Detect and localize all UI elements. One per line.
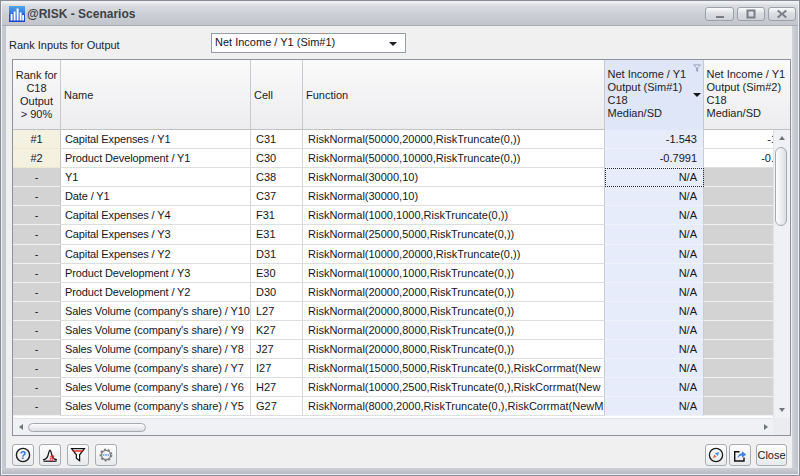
svg-text:#: #: [49, 453, 54, 463]
svg-text:?: ?: [20, 449, 26, 461]
